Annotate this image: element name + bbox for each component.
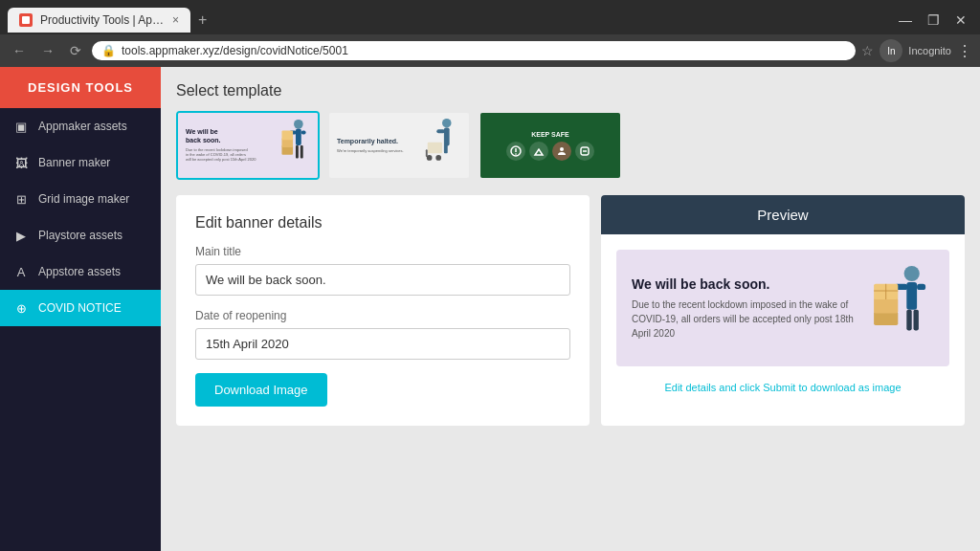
preview-content: We will be back soon. Due to the recent … bbox=[601, 234, 965, 412]
sidebar-item-appstore-assets[interactable]: A Appstore assets bbox=[0, 253, 161, 290]
tmpl1-text: We will beback soon. Due to the recent l… bbox=[186, 128, 256, 162]
svg-rect-28 bbox=[914, 310, 919, 331]
browser-chrome: Productivity Tools | Appmaker.xy... × + … bbox=[0, 0, 980, 67]
date-label: Date of reopening bbox=[195, 309, 570, 322]
back-btn[interactable]: ← bbox=[8, 41, 31, 60]
svg-point-14 bbox=[427, 155, 433, 161]
app-layout: DESIGN TOOLS ▣ Appmaker assets 🖼 Banner … bbox=[0, 67, 980, 551]
tmpl3-icon2 bbox=[529, 142, 548, 161]
preview-panel: Preview We will be back soon. Due to the… bbox=[601, 195, 965, 426]
svg-rect-3 bbox=[301, 131, 306, 135]
svg-rect-16 bbox=[444, 144, 448, 154]
reload-btn[interactable]: ⟳ bbox=[65, 41, 86, 60]
preview-hint-suffix: to download as image bbox=[795, 382, 901, 393]
svg-rect-5 bbox=[301, 145, 303, 159]
template-card-1[interactable]: We will beback soon. Due to the recent l… bbox=[176, 111, 320, 180]
tmpl2-figure bbox=[423, 117, 461, 174]
svg-point-23 bbox=[904, 266, 920, 281]
sidebar-item-appmaker-assets[interactable]: ▣ Appmaker assets bbox=[0, 108, 161, 144]
template-card-3[interactable]: KEEP SAFE bbox=[479, 111, 622, 180]
minimize-btn[interactable]: — bbox=[893, 11, 918, 30]
svg-point-0 bbox=[294, 120, 303, 129]
lock-icon: 🔒 bbox=[101, 44, 116, 57]
forward-btn[interactable]: → bbox=[36, 41, 59, 60]
edit-panel-title: Edit banner details bbox=[195, 214, 570, 231]
sidebar-item-label: Playstore assets bbox=[38, 229, 122, 242]
tmpl2-text: Temporarily halted. We're temporarily su… bbox=[337, 138, 404, 153]
tab-close-btn[interactable]: × bbox=[172, 13, 179, 27]
svg-rect-30 bbox=[874, 298, 898, 313]
preview-header: Preview bbox=[601, 195, 965, 234]
sidebar-item-label: Appmaker assets bbox=[38, 120, 127, 133]
new-tab-btn[interactable]: + bbox=[190, 11, 214, 29]
bookmark-icon[interactable]: ☆ bbox=[861, 43, 874, 58]
sidebar-item-label: Banner maker bbox=[38, 156, 110, 169]
sidebar-item-banner-maker[interactable]: 🖼 Banner maker bbox=[0, 144, 161, 181]
svg-rect-11 bbox=[436, 129, 445, 133]
svg-point-15 bbox=[435, 155, 441, 161]
template-card-2[interactable]: Temporarily halted. We're temporarily su… bbox=[327, 111, 471, 180]
covid-notice-icon: ⊕ bbox=[13, 300, 29, 316]
main-content: Select template We will beback soon. Due… bbox=[161, 67, 980, 551]
svg-rect-4 bbox=[296, 145, 299, 159]
tab-bar: Productivity Tools | Appmaker.xy... × + … bbox=[0, 0, 980, 34]
tmpl3-icon1 bbox=[506, 142, 525, 161]
restore-btn[interactable]: ❐ bbox=[922, 11, 946, 30]
svg-rect-1 bbox=[296, 129, 301, 145]
svg-rect-8 bbox=[281, 131, 293, 141]
svg-rect-29 bbox=[874, 312, 898, 325]
url-text: tools.appmaker.xyz/design/covidNotice/50… bbox=[122, 44, 846, 57]
address-box[interactable]: 🔒 tools.appmaker.xyz/design/covidNotice/… bbox=[92, 41, 856, 60]
template-card-1-inner: We will beback soon. Due to the recent l… bbox=[178, 113, 318, 178]
svg-rect-10 bbox=[444, 127, 450, 145]
tmpl3-icon4 bbox=[575, 142, 594, 161]
banner-maker-icon: 🖼 bbox=[13, 155, 29, 170]
preview-image-area: We will be back soon. Due to the recent … bbox=[616, 250, 949, 366]
sidebar-item-label: Grid image maker bbox=[38, 192, 129, 206]
sidebar-logo: DESIGN TOOLS bbox=[0, 67, 161, 108]
edit-panel: Edit banner details Main title Date of r… bbox=[176, 195, 590, 426]
panels-row: Edit banner details Main title Date of r… bbox=[176, 195, 965, 426]
svg-point-9 bbox=[442, 119, 452, 128]
template-card-2-inner: Temporarily halted. We're temporarily su… bbox=[329, 113, 469, 178]
download-image-button[interactable]: Download Image bbox=[195, 373, 327, 407]
sidebar-item-label: COVID NOTICE bbox=[38, 301, 122, 315]
template-card-3-inner: KEEP SAFE bbox=[480, 113, 620, 178]
preview-hint-link: Submit bbox=[763, 382, 795, 393]
playstore-assets-icon: ▶ bbox=[13, 228, 29, 243]
grid-image-maker-icon: ⊞ bbox=[13, 191, 29, 207]
template-selector: We will beback soon. Due to the recent l… bbox=[176, 111, 965, 180]
preview-main-title: We will be back soon. bbox=[632, 276, 867, 292]
sidebar-item-covid-notice[interactable]: ⊕ COVID NOTICE bbox=[0, 290, 161, 326]
profile-btn[interactable]: In bbox=[880, 39, 902, 62]
close-btn[interactable]: ✕ bbox=[949, 11, 972, 30]
sidebar-item-grid-image-maker[interactable]: ⊞ Grid image maker bbox=[0, 181, 161, 217]
sidebar-item-playstore-assets[interactable]: ▶ Playstore assets bbox=[0, 217, 161, 253]
menu-btn[interactable]: ⋮ bbox=[957, 42, 972, 60]
appstore-assets-icon: A bbox=[13, 264, 29, 279]
page-title: Select template bbox=[176, 82, 965, 99]
svg-rect-24 bbox=[906, 282, 917, 310]
sidebar-item-label: Appstore assets bbox=[38, 265, 121, 278]
preview-figure bbox=[867, 265, 934, 351]
main-title-label: Main title bbox=[195, 245, 570, 258]
svg-rect-26 bbox=[917, 284, 925, 290]
tmpl1-figure bbox=[279, 118, 310, 173]
active-tab[interactable]: Productivity Tools | Appmaker.xy... × bbox=[8, 8, 190, 33]
preview-body-text: Due to the recent lockdown imposed in th… bbox=[632, 298, 867, 341]
svg-rect-27 bbox=[906, 310, 911, 331]
main-title-input[interactable] bbox=[195, 264, 570, 296]
incognito-label: Incognito bbox=[908, 45, 951, 56]
preview-text-block: We will be back soon. Due to the recent … bbox=[632, 276, 867, 341]
preview-hint-prefix: Edit details and click bbox=[664, 382, 763, 393]
sidebar: DESIGN TOOLS ▣ Appmaker assets 🖼 Banner … bbox=[0, 67, 161, 551]
svg-rect-13 bbox=[426, 149, 428, 157]
svg-rect-12 bbox=[428, 143, 442, 153]
preview-hint: Edit details and click Submit to downloa… bbox=[616, 378, 949, 397]
tab-title: Productivity Tools | Appmaker.xy... bbox=[40, 13, 165, 27]
svg-point-20 bbox=[560, 147, 564, 151]
tab-favicon bbox=[19, 13, 33, 27]
date-input[interactable] bbox=[195, 328, 570, 360]
profile-label: In bbox=[887, 46, 895, 56]
svg-point-19 bbox=[515, 153, 517, 155]
